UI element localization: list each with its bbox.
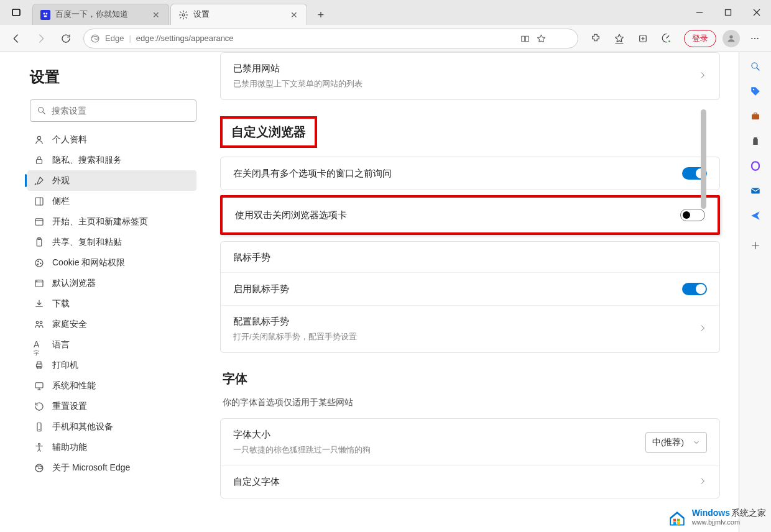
svg-rect-23	[35, 198, 43, 205]
nav-downloads[interactable]: 下载	[27, 293, 196, 314]
send-icon[interactable]	[749, 209, 762, 222]
row-title: 自定义字体	[233, 476, 280, 488]
search-icon	[37, 106, 47, 116]
nav-about[interactable]: 关于 Microsoft Edge	[27, 457, 196, 478]
svg-rect-6	[726, 10, 731, 16]
scrollbar-thumb[interactable]	[701, 109, 706, 209]
search-input[interactable]	[52, 106, 190, 116]
svg-point-19	[39, 108, 44, 112]
row-config-gesture[interactable]: 配置鼠标手势 打开/关闭鼠标手势，配置手势设置	[221, 306, 719, 352]
tab-settings[interactable]: 设置 ✕	[170, 4, 307, 25]
site-name: Edge	[105, 34, 124, 43]
forward-button[interactable]	[30, 27, 52, 50]
toggle-dblclick-close[interactable]	[680, 209, 705, 221]
row-title: 字体大小	[233, 429, 371, 441]
office-icon[interactable]	[749, 159, 762, 173]
nav-accessibility[interactable]: 辅助功能	[27, 437, 196, 457]
svg-point-46	[39, 443, 40, 445]
maximize-button[interactable]	[714, 0, 742, 25]
briefcase-icon[interactable]	[749, 109, 762, 123]
nav-profile[interactable]: 个人资料	[27, 129, 196, 150]
nav-label: 个人资料	[52, 134, 87, 145]
row-dblclick-close: 使用双击关闭浏览器选项卡	[223, 198, 718, 232]
nav-share[interactable]: 共享、复制和粘贴	[27, 232, 196, 252]
svg-point-2	[46, 12, 48, 14]
newtab-button[interactable]: +	[311, 5, 331, 25]
svg-point-30	[38, 261, 39, 262]
performance-icon[interactable]	[655, 27, 678, 50]
nav-printers[interactable]: 打印机	[27, 355, 196, 375]
close-icon[interactable]: ✕	[151, 10, 161, 20]
nav-languages[interactable]: A字语言	[27, 334, 196, 355]
row-title: 启用鼠标手势	[233, 283, 289, 295]
svg-rect-22	[37, 159, 42, 163]
nav-privacy[interactable]: 隐私、搜索和服务	[27, 150, 196, 170]
refresh-button[interactable]	[55, 27, 77, 50]
login-label: 登录	[692, 33, 708, 44]
login-button[interactable]: 登录	[684, 30, 716, 47]
row-font-size: 字体大小 一只敏捷的棕色狐狸跳过一只懒惰的狗 中(推荐)	[221, 419, 719, 466]
font-size-select[interactable]: 中(推荐)	[645, 432, 707, 453]
row-title: 在关闭具有多个选项卡的窗口之前询问	[233, 168, 392, 180]
tab-baidu[interactable]: 百度一下，你就知道 ✕	[32, 4, 169, 25]
start-icon	[34, 216, 45, 227]
brush-icon	[34, 175, 45, 186]
nav-system[interactable]: 系统和性能	[27, 375, 196, 396]
phone-icon	[34, 421, 45, 433]
games-icon[interactable]	[749, 134, 762, 148]
nav-family[interactable]: 家庭安全	[27, 314, 196, 334]
address-bar[interactable]: Edge | edge://settings/appearance	[83, 29, 578, 48]
section-header-font: 字体	[223, 370, 720, 387]
nav-label: 系统和性能	[52, 380, 96, 392]
more-menu-button[interactable]	[744, 27, 766, 50]
shopping-tag-icon[interactable]	[749, 85, 762, 98]
settings-sidebar: 设置 个人资料 隐私、搜索和服务 外观 侧栏 开始、主页和新建标签页 共享、复制…	[0, 52, 211, 532]
row-custom-font[interactable]: 自定义字体	[221, 466, 719, 498]
svg-rect-56	[673, 519, 676, 522]
watermark-url: www.bjjmlv.com	[692, 518, 766, 526]
search-box[interactable]	[30, 99, 196, 122]
nav-label: 开始、主页和新建标签页	[52, 216, 148, 227]
row-sample-text: 一只敏捷的棕色狐狸跳过一只懒惰的狗	[233, 444, 371, 456]
nav-label: 下载	[52, 298, 70, 310]
row-subtitle: 已禁用微型上下文菜单的网站的列表	[233, 78, 362, 89]
nav-reset[interactable]: 重置设置	[27, 396, 196, 416]
reading-mode-icon[interactable]	[519, 34, 530, 45]
family-icon	[34, 319, 45, 330]
nav-cookies[interactable]: Cookie 和网站权限	[27, 252, 196, 273]
row-ask-close: 在关闭具有多个选项卡的窗口之前询问	[221, 157, 719, 190]
nav-label: 共享、复制和粘贴	[52, 237, 122, 248]
tab-manager-button[interactable]	[5, 2, 27, 22]
favorites-icon[interactable]	[608, 27, 630, 50]
nav-sidebar[interactable]: 侧栏	[27, 191, 196, 211]
close-window-button[interactable]	[742, 0, 771, 25]
extensions-icon[interactable]	[584, 27, 607, 50]
accessibility-icon	[34, 442, 45, 453]
favorite-icon[interactable]	[535, 34, 547, 45]
row-blocked-sites[interactable]: 已禁用网站 已禁用微型上下文菜单的网站的列表	[221, 53, 719, 99]
back-button[interactable]	[5, 27, 27, 50]
minimize-button[interactable]	[685, 0, 714, 25]
close-icon[interactable]: ✕	[289, 10, 299, 20]
nav-appearance[interactable]: 外观	[27, 170, 196, 191]
nav-label: 重置设置	[52, 401, 87, 412]
row-title: 配置鼠标手势	[233, 316, 357, 328]
svg-point-9	[91, 35, 99, 42]
toggle-enable-gesture[interactable]	[682, 283, 707, 295]
outlook-icon[interactable]	[749, 184, 762, 198]
lock-icon	[34, 155, 45, 166]
svg-rect-58	[673, 522, 676, 525]
row-gesture-header: 鼠标手势	[221, 242, 719, 272]
avatar-button[interactable]	[723, 30, 740, 47]
nav-label: 辅助功能	[52, 442, 87, 453]
nav-label: 手机和其他设备	[52, 421, 113, 433]
svg-point-50	[752, 89, 754, 90]
add-sidebar-icon[interactable]	[749, 239, 762, 252]
nav-phone[interactable]: 手机和其他设备	[27, 416, 196, 437]
nav-default-browser[interactable]: 默认浏览器	[27, 273, 196, 293]
svg-point-48	[752, 63, 757, 68]
search-icon[interactable]	[749, 60, 762, 73]
nav-start[interactable]: 开始、主页和新建标签页	[27, 211, 196, 232]
tabs-container: 百度一下，你就知道 ✕ 设置 ✕ +	[32, 0, 331, 25]
collections-icon[interactable]	[632, 27, 654, 50]
